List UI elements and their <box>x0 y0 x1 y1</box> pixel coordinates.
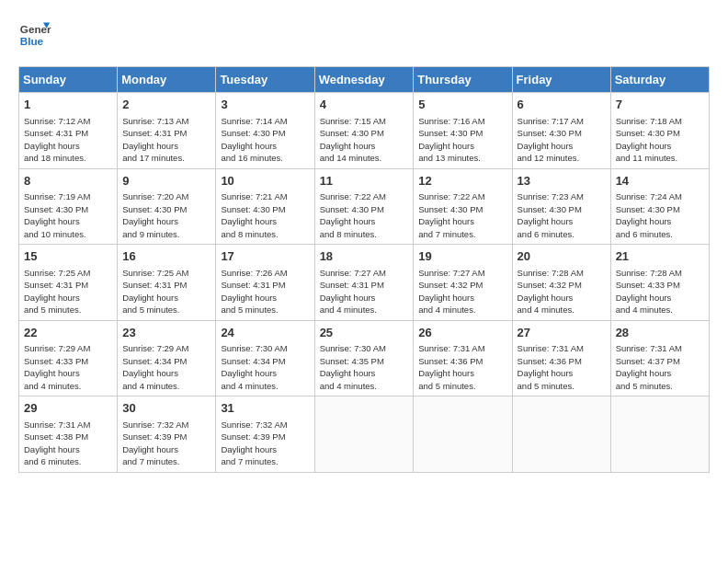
day-info: Sunrise: 7:31 AMSunset: 4:38 PMDaylight … <box>24 419 90 467</box>
day-number: 6 <box>518 97 606 113</box>
day-number: 26 <box>418 325 506 341</box>
calendar-cell: 18 Sunrise: 7:27 AMSunset: 4:31 PMDaylig… <box>314 245 414 321</box>
day-info: Sunrise: 7:24 AMSunset: 4:30 PMDaylight … <box>616 191 682 239</box>
day-info: Sunrise: 7:21 AMSunset: 4:30 PMDaylight … <box>221 191 287 239</box>
day-number: 31 <box>221 400 309 417</box>
calendar-week-5: 29 Sunrise: 7:31 AMSunset: 4:38 PMDaylig… <box>19 396 710 473</box>
calendar-cell: 26 Sunrise: 7:31 AMSunset: 4:36 PMDaylig… <box>414 320 512 396</box>
day-info: Sunrise: 7:29 AMSunset: 4:34 PMDaylight … <box>122 343 188 391</box>
day-info: Sunrise: 7:20 AMSunset: 4:30 PMDaylight … <box>122 191 188 239</box>
day-info: Sunrise: 7:28 AMSunset: 4:32 PMDaylight … <box>518 268 584 316</box>
day-number: 7 <box>616 97 704 113</box>
day-number: 3 <box>221 97 309 113</box>
day-info: Sunrise: 7:19 AMSunset: 4:30 PMDaylight … <box>24 191 90 239</box>
day-number: 14 <box>616 173 704 190</box>
page-header: General Blue <box>18 18 710 52</box>
calendar-week-1: 1 Sunrise: 7:12 AMSunset: 4:31 PMDayligh… <box>19 93 710 169</box>
day-number: 27 <box>518 325 606 341</box>
day-number: 20 <box>518 248 606 265</box>
day-number: 30 <box>122 400 210 417</box>
day-info: Sunrise: 7:12 AMSunset: 4:31 PMDaylight … <box>24 116 90 164</box>
day-number: 17 <box>221 248 309 265</box>
calendar-cell: 19 Sunrise: 7:27 AMSunset: 4:32 PMDaylig… <box>414 245 512 321</box>
calendar-cell: 29 Sunrise: 7:31 AMSunset: 4:38 PMDaylig… <box>19 396 118 473</box>
calendar-cell: 14 Sunrise: 7:24 AMSunset: 4:30 PMDaylig… <box>610 168 709 245</box>
day-info: Sunrise: 7:32 AMSunset: 4:39 PMDaylight … <box>122 419 188 467</box>
calendar-cell: 11 Sunrise: 7:22 AMSunset: 4:30 PMDaylig… <box>314 168 414 245</box>
weekday-header-saturday: Saturday <box>610 67 709 93</box>
day-number: 24 <box>221 325 309 341</box>
calendar-cell: 28 Sunrise: 7:31 AMSunset: 4:37 PMDaylig… <box>610 320 709 396</box>
calendar-table: SundayMondayTuesdayWednesdayThursdayFrid… <box>18 66 710 473</box>
calendar-cell: 17 Sunrise: 7:26 AMSunset: 4:31 PMDaylig… <box>216 245 314 321</box>
day-number: 5 <box>418 97 506 113</box>
day-info: Sunrise: 7:16 AMSunset: 4:30 PMDaylight … <box>418 116 484 164</box>
day-number: 4 <box>320 97 409 113</box>
day-number: 15 <box>24 248 112 265</box>
calendar-cell: 3 Sunrise: 7:14 AMSunset: 4:30 PMDayligh… <box>216 93 314 169</box>
day-info: Sunrise: 7:13 AMSunset: 4:31 PMDaylight … <box>122 116 188 164</box>
calendar-cell: 7 Sunrise: 7:18 AMSunset: 4:30 PMDayligh… <box>610 93 709 169</box>
day-number: 9 <box>122 173 210 190</box>
weekday-header-friday: Friday <box>512 67 610 93</box>
calendar-cell: 12 Sunrise: 7:22 AMSunset: 4:30 PMDaylig… <box>414 168 512 245</box>
day-number: 10 <box>221 173 309 190</box>
day-number: 25 <box>320 325 409 341</box>
calendar-cell: 30 Sunrise: 7:32 AMSunset: 4:39 PMDaylig… <box>118 396 216 473</box>
day-info: Sunrise: 7:27 AMSunset: 4:32 PMDaylight … <box>418 268 484 316</box>
calendar-cell: 15 Sunrise: 7:25 AMSunset: 4:31 PMDaylig… <box>19 245 118 321</box>
weekday-header-tuesday: Tuesday <box>216 67 314 93</box>
calendar-week-2: 8 Sunrise: 7:19 AMSunset: 4:30 PMDayligh… <box>19 168 710 245</box>
day-info: Sunrise: 7:31 AMSunset: 4:37 PMDaylight … <box>616 343 682 391</box>
day-number: 28 <box>616 325 704 341</box>
weekday-header-sunday: Sunday <box>19 67 118 93</box>
calendar-cell: 24 Sunrise: 7:30 AMSunset: 4:34 PMDaylig… <box>216 320 314 396</box>
svg-text:Blue: Blue <box>20 35 44 47</box>
day-info: Sunrise: 7:30 AMSunset: 4:35 PMDaylight … <box>320 343 386 391</box>
calendar-cell: 8 Sunrise: 7:19 AMSunset: 4:30 PMDayligh… <box>19 168 118 245</box>
calendar-header-row: SundayMondayTuesdayWednesdayThursdayFrid… <box>19 67 710 93</box>
calendar-cell: 4 Sunrise: 7:15 AMSunset: 4:30 PMDayligh… <box>314 93 414 169</box>
calendar-cell: 22 Sunrise: 7:29 AMSunset: 4:33 PMDaylig… <box>19 320 118 396</box>
calendar-cell: 27 Sunrise: 7:31 AMSunset: 4:36 PMDaylig… <box>512 320 610 396</box>
day-number: 1 <box>24 97 112 113</box>
day-info: Sunrise: 7:29 AMSunset: 4:33 PMDaylight … <box>24 343 90 391</box>
day-info: Sunrise: 7:23 AMSunset: 4:30 PMDaylight … <box>518 191 584 239</box>
day-number: 29 <box>24 400 112 417</box>
day-number: 18 <box>320 248 409 265</box>
day-info: Sunrise: 7:31 AMSunset: 4:36 PMDaylight … <box>518 343 584 391</box>
day-number: 11 <box>320 173 409 190</box>
calendar-cell: 10 Sunrise: 7:21 AMSunset: 4:30 PMDaylig… <box>216 168 314 245</box>
day-number: 2 <box>122 97 210 113</box>
day-info: Sunrise: 7:22 AMSunset: 4:30 PMDaylight … <box>418 191 484 239</box>
calendar-cell: 9 Sunrise: 7:20 AMSunset: 4:30 PMDayligh… <box>118 168 216 245</box>
day-info: Sunrise: 7:15 AMSunset: 4:30 PMDaylight … <box>320 116 386 164</box>
day-info: Sunrise: 7:28 AMSunset: 4:33 PMDaylight … <box>616 268 682 316</box>
calendar-week-4: 22 Sunrise: 7:29 AMSunset: 4:33 PMDaylig… <box>19 320 710 396</box>
logo-icon: General Blue <box>18 18 51 52</box>
calendar-cell: 13 Sunrise: 7:23 AMSunset: 4:30 PMDaylig… <box>512 168 610 245</box>
day-number: 23 <box>122 325 210 341</box>
day-info: Sunrise: 7:31 AMSunset: 4:36 PMDaylight … <box>418 343 484 391</box>
calendar-cell: 25 Sunrise: 7:30 AMSunset: 4:35 PMDaylig… <box>314 320 414 396</box>
day-info: Sunrise: 7:14 AMSunset: 4:30 PMDaylight … <box>221 116 287 164</box>
day-number: 19 <box>418 248 506 265</box>
day-info: Sunrise: 7:25 AMSunset: 4:31 PMDaylight … <box>122 268 188 316</box>
day-info: Sunrise: 7:22 AMSunset: 4:30 PMDaylight … <box>320 191 386 239</box>
day-info: Sunrise: 7:32 AMSunset: 4:39 PMDaylight … <box>221 419 287 467</box>
calendar-cell: 2 Sunrise: 7:13 AMSunset: 4:31 PMDayligh… <box>118 93 216 169</box>
day-number: 16 <box>122 248 210 265</box>
weekday-header-wednesday: Wednesday <box>314 67 414 93</box>
calendar-cell <box>512 396 610 473</box>
calendar-cell <box>610 396 709 473</box>
calendar-cell: 23 Sunrise: 7:29 AMSunset: 4:34 PMDaylig… <box>118 320 216 396</box>
day-info: Sunrise: 7:25 AMSunset: 4:31 PMDaylight … <box>24 268 90 316</box>
calendar-cell <box>414 396 512 473</box>
calendar-week-3: 15 Sunrise: 7:25 AMSunset: 4:31 PMDaylig… <box>19 245 710 321</box>
day-info: Sunrise: 7:26 AMSunset: 4:31 PMDaylight … <box>221 268 287 316</box>
calendar-cell: 31 Sunrise: 7:32 AMSunset: 4:39 PMDaylig… <box>216 396 314 473</box>
calendar-cell: 1 Sunrise: 7:12 AMSunset: 4:31 PMDayligh… <box>19 93 118 169</box>
weekday-header-monday: Monday <box>118 67 216 93</box>
day-number: 21 <box>616 248 704 265</box>
day-number: 8 <box>24 173 112 190</box>
